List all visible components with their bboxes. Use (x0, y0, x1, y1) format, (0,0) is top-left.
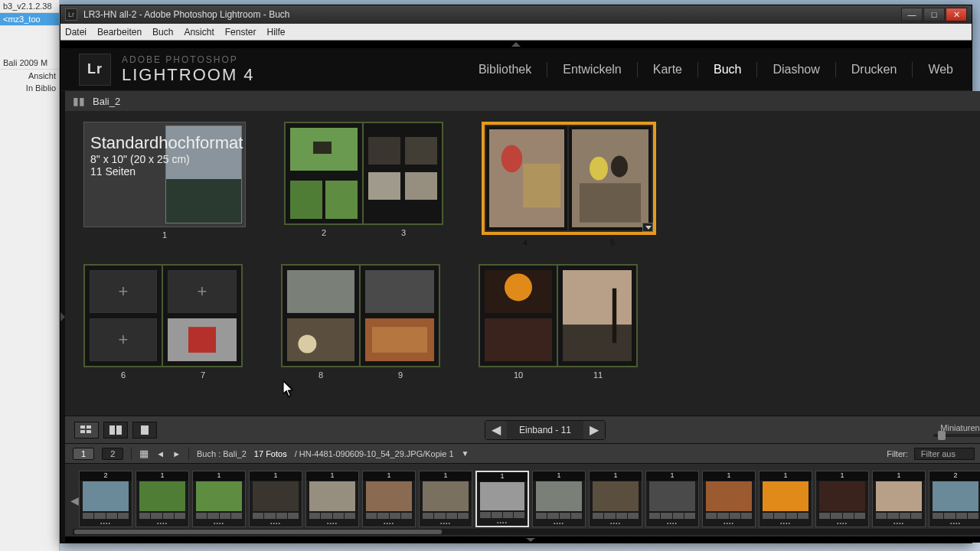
menu-buch[interactable]: Buch (152, 27, 173, 37)
thumb-rating: •••• (477, 520, 528, 526)
page-photo[interactable] (368, 172, 400, 200)
module-diashow[interactable]: Diashow (773, 63, 819, 77)
filmstrip-thumb[interactable]: 1•••• (305, 471, 359, 527)
filmstrip-scrollbar[interactable] (73, 529, 980, 535)
page-photo[interactable] (168, 318, 237, 361)
next-page-button[interactable]: ▶ (583, 421, 605, 439)
page-photo[interactable] (489, 129, 564, 227)
filmstrip-thumb[interactable]: 1•••• (136, 471, 189, 527)
cover-spread[interactable]: Standardhochformat 8" x 10" (20 x 25 cm)… (83, 122, 246, 247)
thumb-rating: •••• (533, 520, 585, 527)
collection-name[interactable]: Bali_2 (93, 96, 120, 107)
page-11[interactable] (558, 264, 638, 367)
module-entwickeln[interactable]: Entwickeln (563, 63, 621, 77)
page-navigator: ◀ Einband - 11 ▶ (485, 420, 606, 440)
close-button[interactable]: ✕ (946, 8, 967, 21)
page-photo[interactable] (287, 270, 354, 313)
minimize-button[interactable]: — (901, 8, 923, 21)
status-path[interactable]: / HN-4481-090609-10_54_29.JPG/Kopie 1 (295, 449, 454, 458)
view-spread-button[interactable] (103, 422, 128, 439)
spread-2-3[interactable]: 23 (284, 122, 443, 247)
module-web[interactable]: Web (928, 63, 953, 77)
page-8[interactable] (281, 264, 361, 367)
filmstrip-thumb[interactable]: 1•••• (645, 471, 699, 527)
thumb-size-slider[interactable] (933, 434, 980, 437)
module-karte[interactable]: Karte (653, 63, 682, 77)
filmstrip-thumb[interactable]: 2•••• (929, 471, 980, 527)
page-photo[interactable] (368, 137, 400, 165)
svg-rect-17 (287, 270, 354, 313)
thumb-image (253, 481, 299, 511)
page-photo[interactable] (485, 318, 552, 361)
source-tab-2[interactable]: 2 (102, 448, 123, 460)
empty-photo-slot[interactable]: + (168, 270, 237, 313)
filmstrip-thumb[interactable]: 1•••• (759, 471, 812, 527)
view-single-button[interactable] (132, 422, 157, 439)
page-photo[interactable] (290, 181, 322, 219)
filmstrip-thumb[interactable]: 1•••• (362, 471, 416, 527)
menu-ansicht[interactable]: Ansicht (184, 27, 214, 37)
filmstrip-thumb[interactable]: 1•••• (815, 471, 869, 527)
filmstrip-thumb[interactable]: 1•••• (702, 471, 756, 527)
filmstrip-thumb[interactable]: 1•••• (475, 471, 529, 527)
book-pages-grid[interactable]: Standardhochformat 8" x 10" (20 x 25 cm)… (65, 111, 980, 416)
nav-back-icon[interactable]: ◄ (156, 449, 165, 458)
page-photo[interactable] (290, 128, 358, 171)
filmstrip-thumb[interactable]: 1•••• (192, 471, 246, 527)
module-bibliothek[interactable]: Bibliothek (479, 63, 531, 77)
menu-datei[interactable]: Datei (65, 27, 87, 37)
toolbar: ◀ Einband - 11 ▶ Miniaturen (65, 416, 980, 443)
page-photo[interactable] (563, 270, 632, 361)
prev-page-button[interactable]: ◀ (485, 421, 507, 439)
page-5[interactable] (569, 125, 653, 232)
menu-hilfe[interactable]: Hilfe (266, 27, 285, 37)
svg-rect-1 (313, 142, 332, 154)
page-10[interactable] (479, 264, 558, 367)
filmstrip-thumb[interactable]: 1•••• (419, 471, 472, 527)
filmstrip-thumb[interactable]: 1•••• (589, 471, 642, 527)
page-photo[interactable] (572, 129, 648, 227)
top-panel-toggle[interactable] (60, 41, 972, 48)
page-2[interactable] (284, 122, 364, 225)
bottom-panel-toggle[interactable] (65, 536, 980, 543)
page-6[interactable]: + + (83, 264, 163, 367)
filmstrip-left-arrow[interactable]: ◀ (70, 494, 79, 507)
maximize-button[interactable]: □ (923, 8, 945, 21)
page-7[interactable]: + (163, 264, 243, 367)
page-photo[interactable] (405, 137, 437, 165)
page-photo[interactable] (485, 270, 552, 313)
page-photo[interactable] (365, 318, 434, 361)
module-buch[interactable]: Buch (714, 63, 741, 77)
status-book[interactable]: Buch : Bali_2 (197, 449, 247, 458)
grid-icon[interactable]: ▦ (139, 448, 149, 459)
menu-fenster[interactable]: Fenster (225, 27, 256, 37)
source-tab-1[interactable]: 1 (73, 448, 94, 460)
empty-photo-slot[interactable]: + (90, 270, 157, 313)
page-photo[interactable] (325, 181, 358, 219)
page-photo[interactable] (405, 172, 437, 200)
thumb-size-label: Miniaturen (940, 423, 979, 432)
page-4[interactable] (485, 125, 569, 232)
page-9[interactable] (361, 264, 440, 367)
spread-10-11[interactable]: 1011 (479, 264, 638, 380)
menu-bearbeiten[interactable]: Bearbeiten (97, 27, 142, 37)
module-drucken[interactable]: Drucken (851, 63, 897, 77)
filmstrip-thumb[interactable]: 1•••• (872, 471, 926, 527)
page-photo[interactable] (287, 318, 354, 361)
titlebar[interactable]: Lr LR3-HN all-2 - Adobe Photoshop Lightr… (60, 5, 972, 24)
nav-fwd-icon[interactable]: ► (172, 449, 181, 458)
spread-6-7[interactable]: + + + 67 (83, 264, 243, 380)
filmstrip-thumb[interactable]: 1•••• (532, 471, 586, 527)
filmstrip[interactable]: ◀ 2••••1••••1••••1••••1••••1••••1••••1••… (65, 463, 980, 536)
spread-8-9[interactable]: 89 (281, 264, 440, 380)
page-3[interactable] (364, 122, 443, 225)
spread-4-5-selected[interactable]: 45 (482, 122, 656, 247)
page-photo[interactable] (365, 270, 434, 313)
chevron-down-icon[interactable]: ▼ (462, 449, 469, 458)
empty-photo-slot[interactable]: + (90, 318, 157, 361)
filter-select[interactable]: Filter aus (914, 448, 975, 460)
filmstrip-thumb[interactable]: 1•••• (249, 471, 302, 527)
view-grid-button[interactable] (74, 422, 99, 439)
spread-options-button[interactable] (642, 223, 653, 232)
filmstrip-thumb[interactable]: 2•••• (79, 471, 132, 527)
